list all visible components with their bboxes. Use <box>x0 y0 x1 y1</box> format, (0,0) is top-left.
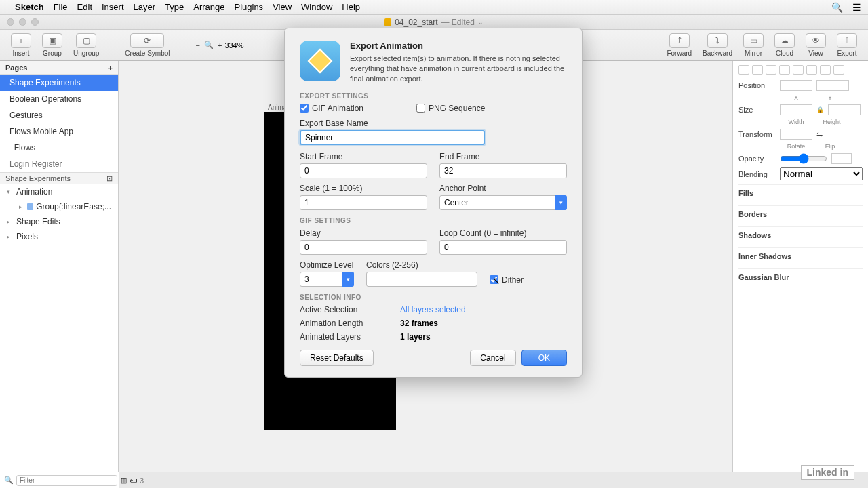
loop-input[interactable] <box>439 240 567 255</box>
animation-length-value: 32 frames <box>400 319 438 328</box>
menu-layer[interactable]: Layer <box>134 2 156 12</box>
dialog-description: Export selected item(s) to animation. If… <box>350 54 567 84</box>
layer-shape-edits[interactable]: ▸Shape Edits <box>0 214 118 229</box>
page-item-flows[interactable]: _Flows <box>0 140 118 156</box>
menu-plugins[interactable]: Plugins <box>234 2 263 12</box>
create-symbol-button[interactable]: ⟳Create Symbol <box>125 33 170 57</box>
fills-section[interactable]: Fills <box>738 184 863 201</box>
page-item-login[interactable]: Login Register <box>0 156 118 172</box>
start-frame-label: Start Frame <box>300 152 427 161</box>
zoom-control[interactable]: − 🔍 + <box>196 41 222 49</box>
blending-select[interactable]: Normal <box>780 167 863 180</box>
flip-h-icon[interactable]: ⇋ <box>816 130 823 139</box>
page-item-flows-mobile[interactable]: Flows Mobile App <box>0 123 118 140</box>
group-button[interactable]: ▣Group <box>42 33 62 57</box>
inspector-panel: Position XY Size🔒 WidthHeight Transform⇋… <box>732 61 868 472</box>
expand-icon[interactable]: ⊡ <box>106 174 113 183</box>
layer-group[interactable]: ▸Group{:linearEase;... <box>0 199 118 214</box>
inner-shadows-section[interactable]: Inner Shadows <box>738 247 863 264</box>
cancel-button[interactable]: Cancel <box>470 350 515 366</box>
page-item-shape-experiments[interactable]: Shape Experiments <box>0 75 118 91</box>
list-icon[interactable]: ☰ <box>852 2 861 13</box>
optimize-select[interactable] <box>300 272 354 287</box>
backward-button[interactable]: ⤵Backward <box>703 33 732 57</box>
basename-input[interactable] <box>300 130 485 145</box>
export-animation-dialog: Export Animation Export selected item(s)… <box>284 28 583 378</box>
size-label: Size <box>738 106 776 114</box>
tag-icon[interactable]: 🏷 <box>130 476 137 485</box>
page-item-gestures[interactable]: Gestures <box>0 107 118 123</box>
menu-view[interactable]: View <box>273 2 292 12</box>
x-input[interactable] <box>780 80 812 91</box>
optimize-label: Optimize Level <box>300 260 354 270</box>
active-selection-value[interactable]: All layers selected <box>400 305 466 314</box>
layers-header: Shape Experiments⊡ <box>0 172 118 184</box>
menu-window[interactable]: Window <box>301 2 332 12</box>
loop-label: Loop Count (0 = infinite) <box>439 228 567 238</box>
align-controls[interactable] <box>738 65 863 75</box>
gaussian-blur-section[interactable]: Gaussian Blur <box>738 268 863 285</box>
width-input[interactable] <box>780 104 812 115</box>
png-checkbox[interactable]: PNG Sequence <box>416 104 485 113</box>
doc-icon <box>384 18 391 26</box>
layer-animation[interactable]: ▾Animation <box>0 184 118 199</box>
search-icon: 🔍 <box>4 476 14 485</box>
delay-input[interactable] <box>300 240 427 255</box>
search-icon[interactable]: 🔍 <box>831 2 843 13</box>
opacity-label: Opacity <box>738 155 776 163</box>
gif-checkbox[interactable]: GIF Animation <box>300 104 363 113</box>
anchor-select[interactable] <box>439 195 567 210</box>
layer-pixels[interactable]: ▸Pixels <box>0 229 118 244</box>
lock-icon[interactable]: 🔒 <box>816 106 824 113</box>
forward-button[interactable]: ⤴Forward <box>667 33 692 57</box>
end-frame-input[interactable] <box>439 163 567 178</box>
start-frame-input[interactable] <box>300 163 427 178</box>
blending-label: Blending <box>738 170 776 178</box>
y-input[interactable] <box>816 80 849 91</box>
shadows-section[interactable]: Shadows <box>738 226 863 243</box>
menu-file[interactable]: File <box>54 2 68 12</box>
reset-defaults-button[interactable]: Reset Defaults <box>300 350 374 366</box>
opacity-slider[interactable] <box>780 153 827 164</box>
doc-state: — Edited <box>441 18 475 27</box>
menu-edit[interactable]: Edit <box>77 2 92 12</box>
add-page-icon[interactable]: + <box>108 64 113 72</box>
mac-menubar: Sketch File Edit Insert Layer Type Arran… <box>0 0 868 15</box>
mirror-button[interactable]: ▭Mirror <box>743 33 764 57</box>
export-button[interactable]: ⇧Export <box>837 33 857 57</box>
app-name[interactable]: Sketch <box>15 2 44 12</box>
linkedin-watermark: Linked in <box>801 465 854 480</box>
ok-button[interactable]: OK <box>521 350 567 366</box>
cloud-button[interactable]: ☁Cloud <box>774 33 795 57</box>
view-button[interactable]: 👁View <box>806 33 826 57</box>
dither-checkbox[interactable]: Dither <box>490 275 524 285</box>
colors-input[interactable] <box>366 272 477 287</box>
layers-icon[interactable]: ▥ <box>120 476 127 485</box>
pages-header: Pages + <box>0 61 118 75</box>
height-input[interactable] <box>828 104 861 115</box>
zoom-in-icon[interactable]: + <box>218 41 222 49</box>
filter-input[interactable] <box>16 475 117 486</box>
opacity-input[interactable] <box>831 153 852 164</box>
menu-help[interactable]: Help <box>342 2 360 12</box>
plugin-icon <box>300 41 340 81</box>
left-panel: Pages + Shape Experiments Boolean Operat… <box>0 61 119 472</box>
anchor-label: Anchor Point <box>439 184 567 193</box>
traffic-lights[interactable] <box>7 18 39 26</box>
zoom-out-icon[interactable]: − <box>196 41 200 49</box>
menu-insert[interactable]: Insert <box>102 2 124 12</box>
insert-button[interactable]: ＋Insert <box>11 33 31 57</box>
scale-input[interactable] <box>300 195 427 210</box>
animated-layers-label: Animated Layers <box>300 332 388 342</box>
borders-section[interactable]: Borders <box>738 205 863 222</box>
end-frame-label: End Frame <box>439 152 567 161</box>
chevron-down-icon[interactable]: ⌄ <box>478 19 484 26</box>
menu-arrange[interactable]: Arrange <box>193 2 224 12</box>
rotate-input[interactable] <box>780 129 812 140</box>
page-item-boolean[interactable]: Boolean Operations <box>0 91 118 107</box>
menu-type[interactable]: Type <box>165 2 184 12</box>
animation-length-label: Animation Length <box>300 319 388 328</box>
basename-label: Export Base Name <box>300 119 567 128</box>
ungroup-button[interactable]: ▢Ungroup <box>73 33 99 57</box>
colors-label: Colors (2-256) <box>366 260 477 270</box>
